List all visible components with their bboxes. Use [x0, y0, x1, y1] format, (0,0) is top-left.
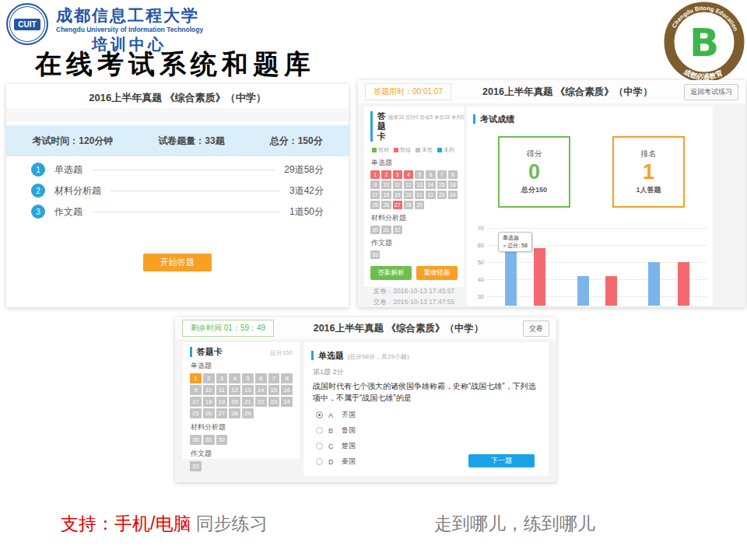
- answer-cell-28[interactable]: 28: [229, 408, 240, 418]
- answer-cell-12[interactable]: 12: [229, 385, 240, 395]
- option-row-C[interactable]: C楚国: [316, 441, 541, 451]
- answer-cell-7[interactable]: 7: [437, 170, 447, 179]
- answer-cell-29[interactable]: 29: [415, 201, 424, 209]
- submitted-time: 交卷：2016-10-13 17:47:55: [370, 296, 458, 307]
- legend-item-wrong: 答错: [394, 146, 411, 154]
- answer-cell-29[interactable]: 29: [242, 408, 254, 418]
- answer-cell-4[interactable]: 4: [229, 373, 240, 383]
- next-question-button[interactable]: 下一题: [468, 454, 535, 467]
- answer-cell-33[interactable]: 33: [190, 461, 202, 471]
- chart-bar-单选题-2[interactable]: [534, 248, 545, 306]
- answer-cell-20[interactable]: 20: [229, 397, 240, 407]
- answer-cell-6[interactable]: 6: [255, 373, 267, 383]
- option-row-A[interactable]: A齐国: [316, 410, 541, 420]
- answer-cell-5[interactable]: 5: [242, 373, 254, 383]
- answer-cell-1[interactable]: 1: [370, 170, 380, 179]
- answer-cell-16[interactable]: 16: [281, 385, 293, 395]
- footer-right-text: 走到哪儿，练到哪儿: [434, 512, 595, 536]
- answer-cell-8[interactable]: 8: [281, 373, 293, 383]
- answer-cell-31[interactable]: 31: [203, 435, 215, 445]
- answer-cell-13[interactable]: 13: [242, 385, 254, 395]
- answer-cell-10[interactable]: 10: [203, 385, 215, 395]
- answer-cell-grid: 303132: [370, 226, 458, 234]
- answer-card-title: 答题卡: [370, 111, 386, 142]
- answer-cell-9[interactable]: 9: [190, 385, 202, 395]
- answer-cell-30[interactable]: 30: [370, 226, 380, 234]
- answer-cell-22[interactable]: 22: [426, 191, 435, 199]
- university-name-cn: 成都信息工程大学: [56, 5, 199, 26]
- answer-cell-2[interactable]: 2: [203, 373, 215, 383]
- answer-cell-13[interactable]: 13: [415, 180, 424, 189]
- answer-cell-3[interactable]: 3: [393, 170, 402, 179]
- answer-cell-31[interactable]: 31: [381, 226, 391, 234]
- chart-bar-作文题-1[interactable]: [648, 262, 660, 306]
- legend-square-wrong: [394, 148, 398, 152]
- section-row: 1 单选题 29道58分: [31, 162, 324, 177]
- answer-cell-27[interactable]: 27: [393, 201, 402, 209]
- answer-cell-14[interactable]: 14: [255, 385, 267, 395]
- answer-cell-25[interactable]: 25: [190, 408, 202, 418]
- section-number-badge: 1: [31, 163, 45, 177]
- answer-cell-17[interactable]: 17: [190, 397, 202, 407]
- legend-square-right: [372, 148, 377, 152]
- divider-strip: [6, 108, 349, 121]
- answer-cell-15[interactable]: 15: [437, 180, 447, 189]
- answer-analysis-button[interactable]: 答案解析: [370, 266, 412, 280]
- answer-cell-16[interactable]: 16: [448, 180, 458, 189]
- answer-cell-21[interactable]: 21: [242, 397, 254, 407]
- answer-cell-18[interactable]: 18: [381, 191, 391, 199]
- answer-cell-11[interactable]: 11: [393, 180, 402, 189]
- chart-bar-材料分析题-1[interactable]: [577, 276, 589, 306]
- answer-cell-32[interactable]: 32: [216, 435, 228, 445]
- answer-cell-24[interactable]: 24: [448, 191, 458, 199]
- answer-cell-15[interactable]: 15: [268, 385, 280, 395]
- answer-cell-32[interactable]: 32: [393, 226, 402, 234]
- section-row: 3 作文题 1道50分: [31, 204, 324, 219]
- submit-exam-button[interactable]: 交卷: [523, 320, 549, 337]
- exam-info-bar: 考试时间：120分钟 试卷题量：33题 总分：150分: [6, 125, 349, 156]
- answer-card-total: 总分150: [270, 348, 293, 357]
- answer-cell-26[interactable]: 26: [381, 201, 391, 209]
- answer-cell-14[interactable]: 14: [426, 180, 435, 189]
- answer-cell-23[interactable]: 23: [268, 397, 280, 407]
- answer-cell-5[interactable]: 5: [415, 170, 424, 179]
- answer-cell-33[interactable]: 33: [370, 250, 380, 259]
- answer-cell-18[interactable]: 18: [203, 397, 215, 407]
- chart-tick-label: 70: [467, 225, 484, 232]
- answer-cell-30[interactable]: 30: [190, 435, 202, 445]
- answer-cell-4[interactable]: 4: [404, 170, 413, 179]
- chart-bar-单选题-1[interactable]: [505, 248, 517, 306]
- answer-cell-1[interactable]: 1: [190, 373, 202, 383]
- answer-cell-2[interactable]: 2: [381, 170, 391, 179]
- chart-bar-材料分析题-2[interactable]: [605, 276, 617, 306]
- answer-cell-22[interactable]: 22: [255, 397, 267, 407]
- answer-cell-21[interactable]: 21: [415, 191, 424, 199]
- option-row-B[interactable]: B鲁国: [316, 425, 541, 436]
- answer-cell-6[interactable]: 6: [426, 170, 435, 179]
- answer-cell-grid: 1234567891011121314151617181920212223242…: [190, 373, 293, 418]
- answer-cell-23[interactable]: 23: [437, 191, 447, 199]
- answer-cell-26[interactable]: 26: [203, 408, 215, 418]
- answer-cell-12[interactable]: 12: [404, 180, 413, 189]
- answer-cell-19[interactable]: 19: [216, 397, 228, 407]
- answer-cell-17[interactable]: 17: [370, 191, 380, 199]
- answer-cell-27[interactable]: 27: [216, 408, 228, 418]
- result-answer-card: 答题卡 题量33 答对0 答错5 未答28 未判0 答对答错未答未判 单选题12…: [364, 107, 464, 287]
- back-to-practice-button[interactable]: 返回考试练习: [684, 84, 738, 100]
- answer-cell-11[interactable]: 11: [216, 385, 228, 395]
- answer-cell-7[interactable]: 7: [268, 373, 280, 383]
- redo-wrong-button[interactable]: 重做错题: [416, 266, 458, 280]
- answer-cell-10[interactable]: 10: [381, 180, 391, 189]
- answer-cell-9[interactable]: 9: [370, 180, 380, 189]
- section-divider-line: [110, 191, 280, 191]
- answer-cell-25[interactable]: 25: [370, 201, 380, 209]
- answer-cell-8[interactable]: 8: [448, 170, 458, 179]
- answer-cell-28[interactable]: 28: [404, 201, 413, 209]
- start-exam-button[interactable]: 开始答题: [143, 254, 212, 271]
- answer-cell-20[interactable]: 20: [404, 191, 413, 199]
- answer-cell-3[interactable]: 3: [216, 373, 228, 383]
- answer-cell-19[interactable]: 19: [393, 191, 402, 199]
- answer-cell-24[interactable]: 24: [281, 397, 293, 407]
- cuit-logo: CUIT: [6, 3, 48, 45]
- chart-bar-作文题-2[interactable]: [678, 262, 689, 306]
